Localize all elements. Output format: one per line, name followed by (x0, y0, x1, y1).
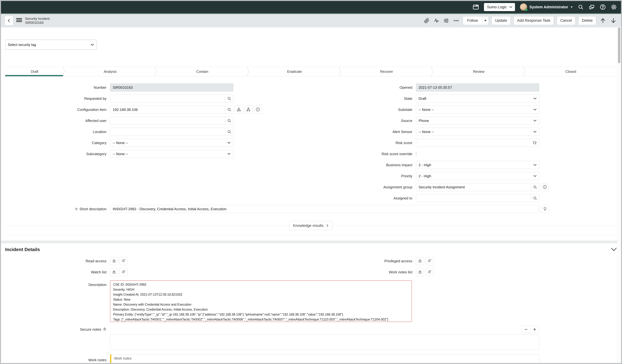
stage-analysis[interactable]: Analysis (64, 67, 156, 76)
left-column: Number Requested by Configuration item (5, 82, 311, 204)
chat-icon[interactable] (589, 4, 595, 10)
opened-input[interactable] (416, 83, 539, 92)
watch-list-add-user-button[interactable] (120, 268, 128, 276)
add-response-task-button[interactable]: Add Response Task (514, 16, 554, 25)
field-state: State Draft (311, 93, 617, 104)
stage-draft[interactable]: Draft (5, 67, 64, 76)
preview-record-button[interactable] (254, 106, 262, 114)
source-select[interactable]: Phone (416, 117, 539, 125)
field-work-notes-list: Work notes list (311, 267, 617, 278)
personalize-form-icon[interactable] (443, 17, 449, 24)
delete-button[interactable]: Delete (578, 16, 596, 25)
context-menu-icon[interactable] (16, 17, 22, 24)
requested-by-lookup-button[interactable] (225, 95, 233, 102)
assigned-to-input[interactable] (416, 194, 531, 202)
cancel-button[interactable]: Cancel (557, 16, 575, 25)
stage-recover[interactable]: Recover (340, 67, 433, 76)
risk-score-override-checkbox[interactable] (416, 152, 416, 156)
field-source: Source Phone (311, 115, 617, 126)
assignment-group-preview-button[interactable] (541, 183, 549, 191)
previous-record-icon[interactable] (599, 17, 607, 24)
field-category: Category -- None -- (5, 137, 311, 148)
alert-sensor-select[interactable]: -- None -- (416, 128, 539, 136)
shrink-field-button[interactable] (522, 326, 530, 333)
scrollbar-thumb[interactable] (618, 27, 620, 63)
follow-caret-button[interactable] (482, 17, 488, 25)
stage-contain[interactable]: Contain (156, 67, 248, 76)
knowledge-results-label: Knowledge results (293, 224, 324, 228)
short-description-input[interactable] (110, 205, 539, 213)
assigned-to-lookup-button[interactable] (531, 194, 539, 202)
activity-stream-icon[interactable] (433, 17, 440, 24)
app-picker-select[interactable]: Sumo Logic (484, 3, 515, 11)
read-access-lock-button[interactable] (110, 257, 118, 265)
chevron-down-icon (533, 109, 537, 111)
subcategory-select[interactable]: -- None -- (110, 150, 233, 158)
category-select[interactable]: -- None -- (110, 139, 233, 147)
read-access-add-user-button[interactable] (120, 257, 128, 265)
business-impact-select[interactable]: 2 - High (416, 161, 539, 169)
short-description-label: Short description (5, 207, 110, 211)
knowledge-results-button[interactable]: Knowledge results (289, 221, 333, 230)
add-user-icon (121, 259, 126, 263)
risk-score-input[interactable] (416, 139, 539, 147)
stage-review[interactable]: Review (433, 67, 525, 76)
incident-details-header[interactable]: Incident Details (5, 243, 617, 255)
active-stage-bar (5, 75, 63, 76)
record-number: SIR0010163 (25, 21, 50, 25)
dependency-map-button[interactable] (244, 106, 252, 114)
section-title: Incident Details (5, 247, 40, 252)
affected-user-input[interactable] (110, 117, 225, 125)
gear-icon[interactable] (611, 4, 617, 10)
next-record-icon[interactable] (610, 17, 617, 24)
privileged-access-lock-button[interactable] (416, 257, 424, 265)
number-input[interactable] (110, 83, 233, 92)
watch-list-lock-button[interactable] (110, 268, 118, 276)
attachment-icon[interactable] (424, 17, 430, 24)
grow-field-button[interactable] (530, 326, 539, 333)
privileged-access-add-user-button[interactable] (426, 257, 434, 265)
source-label: Source (311, 119, 416, 123)
mandatory-icon (75, 207, 78, 211)
location-input[interactable] (110, 128, 225, 136)
priority-select[interactable]: 2 - High (416, 172, 539, 180)
add-user-icon (428, 270, 432, 274)
affected-user-lookup-button[interactable] (225, 117, 233, 125)
state-value: Draft (419, 96, 426, 101)
collapse-section-icon[interactable] (611, 248, 617, 251)
show-problem-button[interactable] (235, 106, 243, 114)
assignment-group-lookup-button[interactable] (531, 183, 539, 191)
more-options-icon[interactable] (452, 17, 460, 24)
requested-by-input[interactable] (110, 95, 225, 102)
follow-button[interactable]: Follow (463, 17, 482, 25)
field-privileged-access: Privileged access (311, 255, 617, 267)
location-lookup-button[interactable] (225, 128, 233, 136)
stage-closed[interactable]: Closed (525, 67, 617, 76)
work-notes-list-add-user-button[interactable] (426, 268, 434, 276)
back-button[interactable] (5, 16, 13, 25)
configuration-item-input[interactable] (110, 106, 225, 114)
update-button[interactable]: Update (492, 16, 510, 25)
privileged-access-label: Privileged access (311, 259, 416, 263)
state-select[interactable]: Draft (416, 95, 539, 103)
assignment-group-input[interactable] (416, 183, 531, 191)
chevron-down-icon (571, 6, 573, 8)
chevron-down-icon (533, 120, 537, 122)
secure-notes-textarea[interactable] (110, 334, 539, 350)
stage-eradicate[interactable]: Eradicate (248, 67, 341, 76)
vertical-scrollbar[interactable] (617, 27, 621, 363)
work-notes-textarea[interactable] (110, 354, 539, 364)
opened-label: Opened (311, 85, 416, 90)
app-window-icon[interactable] (473, 4, 479, 10)
substate-select[interactable]: -- None -- (416, 106, 539, 114)
configuration-item-lookup-button[interactable] (225, 106, 233, 114)
search-icon[interactable] (578, 4, 584, 10)
form-header: Security Incident SIR0010163 Follow Upda… (1, 14, 621, 27)
field-location: Location (5, 126, 311, 137)
user-menu[interactable]: System Administrator (520, 3, 573, 11)
suggestion-bulb-button[interactable] (541, 205, 549, 213)
description-textarea[interactable]: CSE ID: INSIGHT-2992 Severity: HIGH Insi… (110, 280, 412, 322)
work-notes-list-lock-button[interactable] (416, 268, 424, 276)
help-icon[interactable] (600, 4, 606, 10)
security-tag-select[interactable]: Select security tag (5, 40, 97, 50)
